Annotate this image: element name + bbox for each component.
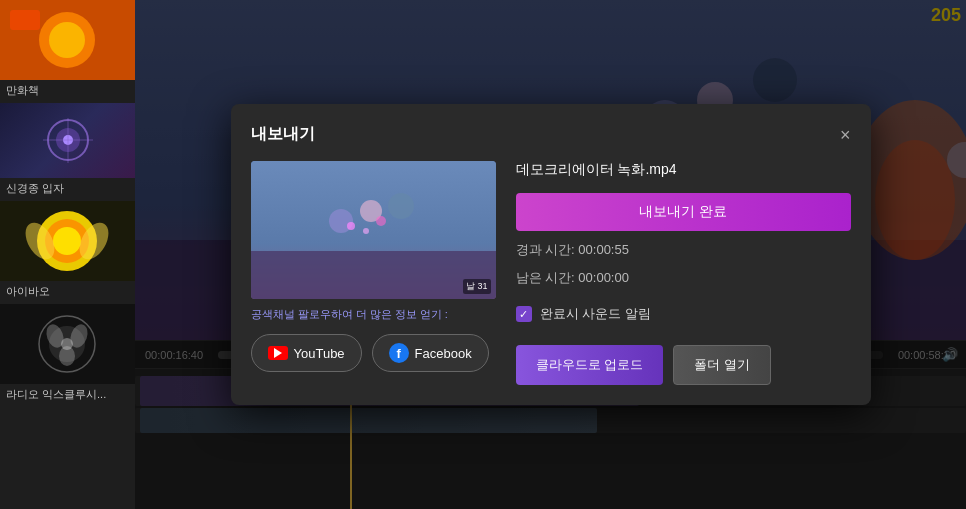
facebook-label: Facebook: [415, 346, 472, 361]
sound-notification-label: 완료시 사운드 알림: [540, 305, 651, 323]
sidebar: 만화책 신경종 입자 아이바오: [0, 0, 135, 509]
svg-rect-32: [251, 251, 496, 299]
modal-body: 날 31 공색채널 팔로우하여 더 많은 정보 얻기 : YouTube f F…: [251, 161, 851, 385]
sidebar-item-neuronparticle[interactable]: 신경종 입자: [0, 103, 135, 201]
modal-title: 내보내기: [251, 124, 315, 145]
modal-header: 내보내기 ×: [251, 124, 851, 145]
export-modal: 내보내기 ×: [231, 104, 871, 405]
sound-notification-checkbox[interactable]: [516, 306, 532, 322]
svg-point-2: [49, 22, 85, 58]
sidebar-item-2-label: 신경종 입자: [0, 178, 135, 201]
youtube-button[interactable]: YouTube: [251, 334, 362, 372]
modal-preview-section: 날 31 공색채널 팔로우하여 더 많은 정보 얻기 : YouTube f F…: [251, 161, 496, 385]
file-name: 데모크리에이터 녹화.mp4: [516, 161, 851, 179]
preview-caption-text: 공색채널 팔로우하여 더 많은 정보 얻기 :: [251, 308, 448, 320]
youtube-icon: [268, 346, 288, 360]
modal-info-section: 데모크리에이터 녹화.mp4 내보내기 완료 경과 시간: 00:00:55 남…: [516, 161, 851, 385]
facebook-button[interactable]: f Facebook: [372, 334, 489, 372]
thumbnail-1: [0, 0, 135, 80]
social-buttons: YouTube f Facebook: [251, 334, 496, 372]
preview-caption: 공색채널 팔로우하여 더 많은 정보 얻기 :: [251, 307, 496, 322]
svg-point-35: [388, 193, 414, 219]
facebook-icon: f: [389, 343, 409, 363]
svg-point-21: [61, 338, 73, 350]
action-buttons: 클라우드로 업로드 폴더 열기: [516, 345, 851, 385]
svg-point-36: [347, 222, 355, 230]
svg-point-37: [363, 228, 369, 234]
remaining-time: 남은 시간: 00:00:00: [516, 269, 851, 287]
svg-point-12: [53, 227, 81, 255]
svg-point-38: [376, 216, 386, 226]
svg-rect-3: [10, 10, 40, 30]
sidebar-item-1-label: 만화책: [0, 80, 135, 103]
sidebar-item-manhwachaek[interactable]: 만화책: [0, 0, 135, 103]
preview-game-scene: 날 31: [251, 161, 496, 299]
sidebar-item-aibao[interactable]: 아이바오: [0, 201, 135, 304]
modal-close-button[interactable]: ×: [840, 126, 851, 144]
open-folder-button[interactable]: 폴더 열기: [673, 345, 771, 385]
sidebar-item-3-label: 아이바오: [0, 281, 135, 304]
youtube-label: YouTube: [294, 346, 345, 361]
preview-page-info: 날 31: [463, 279, 491, 294]
thumbnail-3: [0, 201, 135, 281]
thumbnail-2: [0, 103, 135, 178]
sidebar-item-radio[interactable]: 라디오 익스클루시...: [0, 304, 135, 407]
modal-overlay: 내보내기 ×: [135, 0, 966, 509]
sidebar-item-4-label: 라디오 익스클루시...: [0, 384, 135, 407]
cloud-upload-button[interactable]: 클라우드로 업로드: [516, 345, 664, 385]
preview-image: 날 31: [251, 161, 496, 299]
thumbnail-4: [0, 304, 135, 384]
export-complete-button[interactable]: 내보내기 완료: [516, 193, 851, 231]
sound-notification-row: 완료시 사운드 알림: [516, 305, 851, 323]
elapsed-time: 경과 시간: 00:00:55: [516, 241, 851, 259]
